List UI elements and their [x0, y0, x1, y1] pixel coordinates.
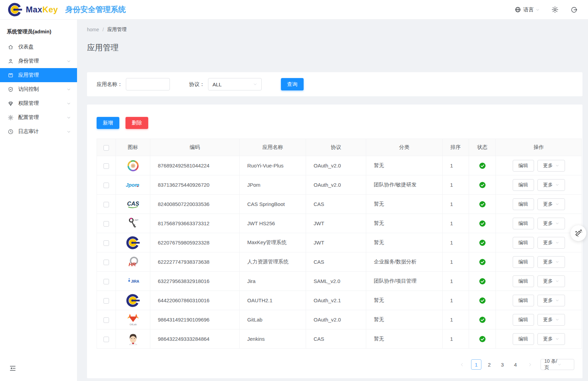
sidebar-item-label: 应用管理 [18, 72, 71, 78]
sidebar-item-config[interactable]: 配置管理 [0, 110, 77, 124]
row-actions: 编辑 更多 [496, 333, 581, 345]
app-name-input[interactable] [126, 78, 170, 90]
app-protocol: OAuth_v2.0 [314, 182, 341, 188]
more-button[interactable]: 更多 [537, 218, 565, 229]
row-checkbox[interactable] [104, 183, 109, 188]
table-row: 876892492581044224 RuoYi-Vue-Plus OAuth_… [97, 156, 582, 175]
edit-button[interactable]: 编辑 [513, 295, 534, 306]
app-category: 企业服务/数据分析 [374, 259, 416, 264]
column-header: 状态 [469, 139, 496, 156]
row-checkbox[interactable] [104, 337, 109, 342]
app-code: 644220607860310016 [158, 297, 209, 303]
edit-button[interactable]: 编辑 [513, 198, 534, 210]
row-actions: 编辑 更多 [496, 275, 581, 287]
page-button-3[interactable]: 3 [497, 359, 508, 370]
edit-button[interactable]: 编辑 [513, 314, 534, 326]
page-size-value: 10 条/页 [544, 358, 557, 371]
app-name-label: 应用名称： [97, 81, 122, 88]
app-category: 暂无 [374, 239, 384, 245]
settings-gear-icon[interactable] [551, 6, 559, 13]
sidebar-item-permissions[interactable]: 权限管理 [0, 96, 77, 110]
prev-page-button[interactable] [457, 360, 466, 369]
brand-subtitle: 身份安全管理系统 [65, 4, 126, 15]
page-button-1[interactable]: 1 [471, 359, 481, 370]
row-checkbox[interactable] [104, 240, 109, 246]
breadcrumb-home[interactable]: home [87, 27, 99, 32]
sidebar: 系统管理员(admin) 仪表盘 身份管理 应用管理 访问控制 权限管理 配置管… [0, 20, 77, 381]
row-checkbox[interactable] [104, 163, 109, 169]
row-checkbox[interactable] [104, 260, 109, 265]
language-switcher[interactable]: 语言 [514, 6, 540, 13]
page-button-4[interactable]: 4 [510, 359, 521, 370]
page-size-select[interactable]: 10 条/页 [541, 359, 574, 370]
edit-button[interactable]: 编辑 [513, 237, 534, 249]
more-button-label: 更多 [543, 163, 553, 169]
more-button[interactable]: 更多 [537, 275, 565, 287]
maxkey-logo-icon [8, 2, 23, 17]
app-sort-order: 1 [450, 278, 453, 284]
edit-button[interactable]: 编辑 [513, 275, 534, 287]
apps-table: 图标编码应用名称协议分类排序状态操作 876892492581044224 Ru… [97, 139, 582, 349]
sidebar-item-audit[interactable]: 日志审计 [0, 124, 77, 139]
more-button[interactable]: 更多 [537, 160, 565, 172]
more-button[interactable]: 更多 [537, 314, 565, 326]
more-button[interactable]: 更多 [537, 256, 565, 268]
sidebar-item-dashboard[interactable]: 仪表盘 [0, 40, 77, 54]
row-checkbox[interactable] [104, 298, 109, 304]
sidebar-item-identity[interactable]: 身份管理 [0, 54, 77, 68]
row-checkbox[interactable] [104, 202, 109, 207]
edit-button[interactable]: 编辑 [513, 218, 534, 229]
more-button[interactable]: 更多 [537, 179, 565, 191]
table-header-row: 图标编码应用名称协议分类排序状态操作 [97, 139, 582, 156]
app-protocol: CAS [314, 259, 324, 265]
brand-name-key: Key [42, 5, 58, 14]
row-checkbox[interactable] [104, 317, 109, 323]
chevron-down-icon [67, 87, 71, 91]
chevron-down-icon [555, 298, 559, 302]
protocol-select[interactable]: ALL [208, 78, 262, 90]
top-header: Max Key 身份安全管理系统 语言 [0, 0, 588, 20]
more-button[interactable]: 更多 [537, 198, 565, 210]
chevron-down-icon [555, 241, 559, 244]
app-category: 团队协作/敏捷研发 [374, 182, 416, 187]
more-button[interactable]: 更多 [537, 237, 565, 249]
table-row: Jpom 837136275440926720 JPom OAuth_v2.0 … [97, 175, 582, 195]
more-button[interactable]: 更多 [537, 333, 565, 345]
app-code: 986432249333284864 [158, 336, 209, 342]
sidebar-item-access[interactable]: 访问控制 [0, 82, 77, 96]
app-sort-order: 1 [450, 201, 453, 207]
column-header: 操作 [496, 139, 582, 156]
row-checkbox[interactable] [104, 221, 109, 227]
select-all-checkbox[interactable] [104, 145, 109, 151]
row-checkbox[interactable] [104, 279, 109, 284]
page-button-2[interactable]: 2 [484, 359, 494, 370]
collapse-sidebar-icon[interactable] [9, 364, 17, 372]
edit-button[interactable]: 编辑 [513, 256, 534, 268]
edit-button[interactable]: 编辑 [513, 333, 534, 345]
delete-button[interactable]: 删除 [126, 117, 148, 129]
more-button[interactable]: 更多 [537, 295, 565, 306]
add-button[interactable]: 新增 [97, 117, 119, 129]
next-page-button[interactable] [525, 360, 534, 369]
magic-wand-icon [574, 229, 583, 238]
home-icon [8, 44, 14, 50]
edit-button[interactable]: 编辑 [513, 160, 534, 172]
theme-magic-wand-button[interactable] [570, 225, 586, 241]
app-logo-icon: HR [126, 255, 140, 269]
status-enabled-icon [479, 259, 486, 265]
sidebar-item-apps[interactable]: 应用管理 [0, 68, 77, 82]
table-row: JWT 817568793663373312 JWT HS256 JWT 暂无 … [97, 214, 582, 233]
app-category: 暂无 [374, 316, 384, 322]
app-code: 986431492190109696 [158, 317, 209, 323]
app-code: 622227747938373638 [158, 259, 209, 265]
edit-button[interactable]: 编辑 [513, 179, 534, 191]
status-enabled-icon [479, 317, 486, 323]
column-header: 分类 [366, 139, 443, 156]
column-header: 编码 [150, 139, 240, 156]
row-actions: 编辑 更多 [496, 314, 581, 326]
chevron-down-icon [557, 362, 570, 367]
search-button[interactable]: 查询 [281, 78, 304, 90]
row-actions: 编辑 更多 [496, 160, 581, 172]
logout-icon[interactable] [570, 6, 578, 13]
row-actions: 编辑 更多 [496, 295, 581, 306]
